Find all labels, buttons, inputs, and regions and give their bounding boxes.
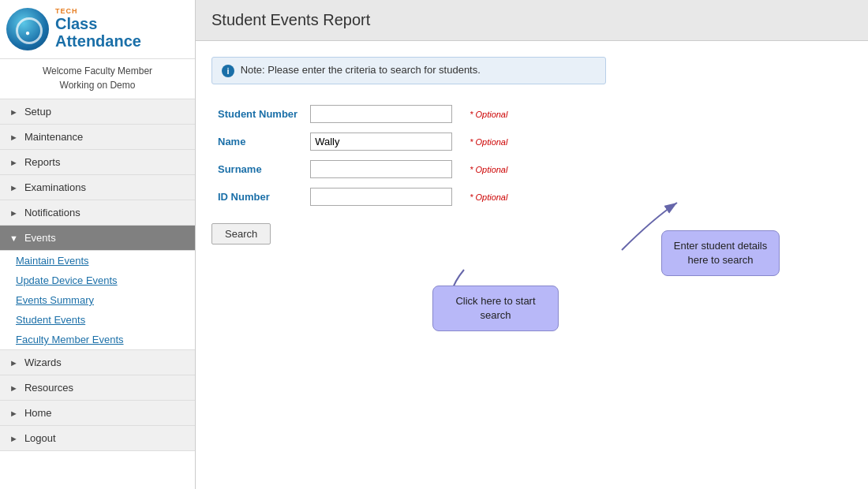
- name-label: Name: [211, 128, 304, 155]
- id-number-input[interactable]: [310, 188, 452, 206]
- chevron-right-icon: ►: [9, 133, 18, 142]
- name-optional: * Optional: [470, 137, 507, 147]
- chevron-right-icon: ►: [9, 383, 18, 393]
- sidebar-item-events-summary[interactable]: Events Summary: [0, 290, 195, 310]
- student-number-input[interactable]: [310, 105, 452, 123]
- sidebar-item-notifications[interactable]: ► Notifications: [0, 200, 195, 226]
- details-tooltip-bubble: Enter student details here to search: [661, 230, 780, 276]
- app-logo: ●: [6, 8, 49, 50]
- sidebar-item-maintenance[interactable]: ► Maintenance: [0, 125, 195, 150]
- sidebar-item-reports[interactable]: ► Reports: [0, 150, 195, 175]
- sidebar-item-wizards[interactable]: ► Wizards: [0, 350, 195, 375]
- sidebar-header: ● TECH Class Attendance: [0, 0, 195, 59]
- id-number-row: ID Number * Optional: [211, 183, 514, 211]
- id-number-optional: * Optional: [470, 192, 507, 202]
- main-content: Student Events Report i Note: Please ent…: [196, 0, 868, 489]
- search-form: Student Number * Optional Name * Optiona…: [211, 100, 514, 211]
- sidebar-item-faculty-member-events[interactable]: Faculty Member Events: [0, 330, 195, 349]
- sidebar-item-examinations[interactable]: ► Examinations: [0, 175, 195, 200]
- search-tooltip-bubble: Click here to start search: [432, 286, 559, 331]
- student-number-row: Student Number * Optional: [211, 100, 514, 128]
- sidebar-item-update-device-events[interactable]: Update Device Events: [0, 271, 195, 290]
- sidebar-item-student-events[interactable]: Student Events: [0, 310, 195, 330]
- search-button[interactable]: Search: [211, 223, 271, 244]
- surname-label: Surname: [211, 155, 304, 183]
- chevron-down-icon: ▼: [9, 233, 18, 243]
- sidebar-item-events[interactable]: ▼ Events: [0, 226, 195, 251]
- sidebar: ● TECH Class Attendance Welcome Faculty …: [0, 0, 196, 489]
- tech-label: TECH: [55, 7, 141, 15]
- name-row: Name * Optional: [211, 128, 514, 155]
- chevron-right-icon: ►: [9, 358, 18, 368]
- chevron-right-icon: ►: [9, 434, 18, 443]
- student-number-label: Student Number: [211, 100, 304, 128]
- sidebar-item-setup[interactable]: ► Setup: [0, 99, 195, 125]
- sidebar-item-logout[interactable]: ► Logout: [0, 426, 195, 451]
- surname-optional: * Optional: [470, 165, 507, 174]
- page-header: Student Events Report: [196, 0, 868, 41]
- events-submenu: Maintain Events Update Device Events Eve…: [0, 251, 195, 350]
- note-text: Note: Please enter the criteria to searc…: [241, 64, 481, 76]
- student-number-optional: * Optional: [470, 110, 507, 119]
- content-area: i Note: Please enter the criteria to sea…: [196, 41, 868, 489]
- chevron-right-icon: ►: [9, 409, 18, 418]
- name-input[interactable]: [310, 133, 452, 151]
- welcome-text: Welcome Faculty Member Working on Demo: [0, 59, 195, 99]
- sidebar-item-home[interactable]: ► Home: [0, 401, 195, 426]
- chevron-right-icon: ►: [9, 183, 18, 192]
- page-title: Student Events Report: [211, 11, 852, 29]
- surname-input[interactable]: [310, 160, 452, 178]
- sidebar-item-maintain-events[interactable]: Maintain Events: [0, 251, 195, 271]
- note-box: i Note: Please enter the criteria to sea…: [211, 57, 606, 84]
- chevron-right-icon: ►: [9, 107, 18, 117]
- app-title-block: TECH Class Attendance: [55, 9, 141, 50]
- chevron-right-icon: ►: [9, 158, 18, 167]
- logo-icon-person: ●: [25, 28, 30, 37]
- id-number-label: ID Number: [211, 183, 304, 211]
- chevron-right-icon: ►: [9, 208, 18, 218]
- info-icon: i: [222, 65, 234, 77]
- app-title: Class Attendance: [55, 15, 141, 50]
- surname-row: Surname * Optional: [211, 155, 514, 183]
- sidebar-item-resources[interactable]: ► Resources: [0, 375, 195, 401]
